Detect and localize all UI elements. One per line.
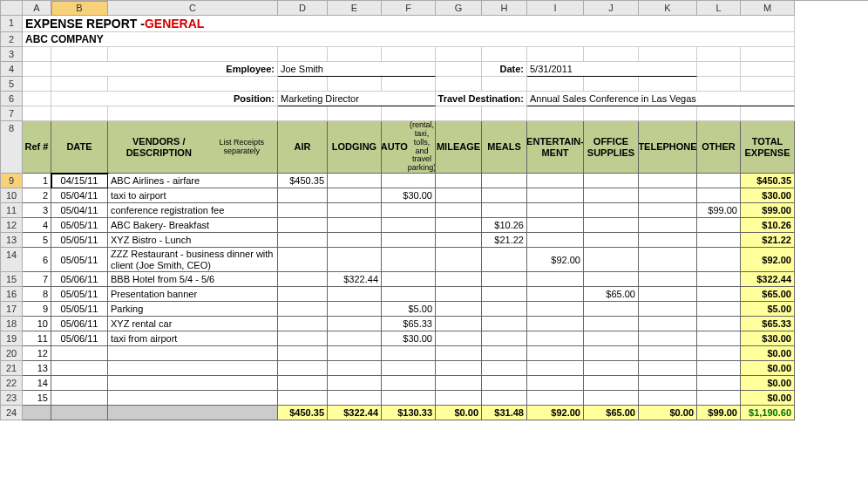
cell-office[interactable] <box>584 272 639 287</box>
cell-lodging[interactable] <box>328 188 382 203</box>
cell-telephone[interactable] <box>639 218 697 233</box>
cell-mileage[interactable] <box>436 331 482 346</box>
cell-auto[interactable] <box>382 361 436 376</box>
cell-lodging[interactable] <box>328 248 382 272</box>
cell-auto[interactable] <box>382 174 436 188</box>
row-header-16[interactable]: 16 <box>1 287 23 302</box>
cell-date[interactable]: 05/04/11 <box>51 188 108 203</box>
row-header-9[interactable]: 9 <box>1 174 23 188</box>
cell-entertain[interactable] <box>527 287 584 302</box>
col-header-auto[interactable]: AUTO(rental, taxi, tolls, and travel par… <box>382 121 436 174</box>
cell-telephone[interactable] <box>639 272 697 287</box>
col-header-mileage[interactable]: MILEAGE <box>436 121 482 174</box>
cell-auto[interactable] <box>382 203 436 218</box>
cell-total[interactable]: $0.00 <box>741 391 795 406</box>
cell-vendor[interactable]: ABC Airlines - airfare <box>108 174 278 188</box>
spreadsheet-grid[interactable]: ABCDEFGHIJKLM1EXPENSE REPORT - GENERAL2A… <box>0 0 868 420</box>
cell-total[interactable]: $30.00 <box>741 331 795 346</box>
cell-date[interactable]: 05/06/11 <box>51 331 108 346</box>
cell-office[interactable] <box>584 317 639 331</box>
cell[interactable] <box>328 77 382 92</box>
cell-entertain[interactable]: $92.00 <box>527 248 584 272</box>
cell-entertain[interactable] <box>527 391 584 406</box>
cell-date[interactable]: 05/05/11 <box>51 248 108 272</box>
cell-mileage[interactable] <box>436 376 482 391</box>
cell-mileage[interactable] <box>436 287 482 302</box>
cell[interactable] <box>51 106 108 121</box>
cell-ref[interactable]: 2 <box>23 188 51 203</box>
cell[interactable] <box>328 106 382 121</box>
cell-mileage[interactable] <box>436 317 482 331</box>
col-header-total[interactable]: TOTAL EXPENSE <box>741 121 795 174</box>
cell-auto[interactable]: $30.00 <box>382 331 436 346</box>
cell-ref[interactable]: 6 <box>23 248 51 272</box>
cell[interactable] <box>639 106 697 121</box>
cell-office[interactable] <box>584 391 639 406</box>
employee-value[interactable]: Joe Smith <box>278 62 436 77</box>
cell-date[interactable]: 05/05/11 <box>51 302 108 317</box>
cell[interactable] <box>278 47 328 62</box>
col-header-H[interactable]: H <box>482 1 527 16</box>
col-header-C[interactable]: C <box>108 1 278 16</box>
cell-date[interactable] <box>51 361 108 376</box>
cell[interactable] <box>108 77 278 92</box>
destination-value[interactable]: Annual Sales Conference in Las Vegas <box>527 92 795 106</box>
cell-vendor[interactable]: XYZ rental car <box>108 317 278 331</box>
cell-air[interactable] <box>278 376 328 391</box>
cell-telephone[interactable] <box>639 361 697 376</box>
row-header-10[interactable]: 10 <box>1 188 23 203</box>
cell-vendor[interactable] <box>108 361 278 376</box>
cell[interactable] <box>436 77 482 92</box>
cell-ref[interactable]: 12 <box>23 346 51 361</box>
row-header-24[interactable]: 24 <box>1 406 23 420</box>
cell-auto[interactable]: $30.00 <box>382 188 436 203</box>
cell-air[interactable] <box>278 233 328 248</box>
cell[interactable] <box>741 47 795 62</box>
col-header-F[interactable]: F <box>382 1 436 16</box>
cell[interactable] <box>436 106 482 121</box>
cell-lodging[interactable] <box>328 331 382 346</box>
cell-other[interactable] <box>697 317 741 331</box>
cell[interactable] <box>741 106 795 121</box>
cell[interactable] <box>108 106 278 121</box>
col-header-L[interactable]: L <box>697 1 741 16</box>
cell[interactable] <box>697 62 741 77</box>
row-header-14[interactable]: 14 <box>1 248 23 272</box>
cell[interactable] <box>482 106 527 121</box>
cell-meals[interactable] <box>482 174 527 188</box>
cell-ref[interactable]: 13 <box>23 361 51 376</box>
cell-telephone[interactable] <box>639 203 697 218</box>
col-header-lodging[interactable]: LODGING <box>328 121 382 174</box>
cell-office[interactable] <box>584 188 639 203</box>
cell[interactable] <box>108 47 278 62</box>
cell-telephone[interactable] <box>639 188 697 203</box>
cell[interactable] <box>51 47 108 62</box>
cell-date[interactable] <box>51 376 108 391</box>
cell-date[interactable]: 05/06/11 <box>51 317 108 331</box>
cell-total[interactable]: $30.00 <box>741 188 795 203</box>
cell-meals[interactable] <box>482 248 527 272</box>
date-value[interactable]: 5/31/2011 <box>527 62 697 77</box>
row-header-5[interactable]: 5 <box>1 77 23 92</box>
cell-air[interactable] <box>278 287 328 302</box>
cell-date[interactable]: 05/05/11 <box>51 287 108 302</box>
cell-ref[interactable]: 7 <box>23 272 51 287</box>
cell-other[interactable] <box>697 361 741 376</box>
cell-meals[interactable] <box>482 376 527 391</box>
cell-meals[interactable] <box>482 272 527 287</box>
cell-vendor[interactable]: Presentation banner <box>108 287 278 302</box>
cell-office[interactable] <box>584 248 639 272</box>
cell-date[interactable]: 05/05/11 <box>51 233 108 248</box>
cell-telephone[interactable] <box>639 391 697 406</box>
col-header-D[interactable]: D <box>278 1 328 16</box>
cell[interactable] <box>23 106 51 121</box>
cell-total[interactable]: $92.00 <box>741 248 795 272</box>
cell-lodging[interactable] <box>328 233 382 248</box>
position-value[interactable]: Marketing Director <box>278 92 436 106</box>
cell-vendor[interactable] <box>108 346 278 361</box>
cell[interactable] <box>584 47 639 62</box>
cell-total[interactable]: $450.35 <box>741 174 795 188</box>
cell-meals[interactable] <box>482 391 527 406</box>
col-header-E[interactable]: E <box>328 1 382 16</box>
cell-mileage[interactable] <box>436 174 482 188</box>
